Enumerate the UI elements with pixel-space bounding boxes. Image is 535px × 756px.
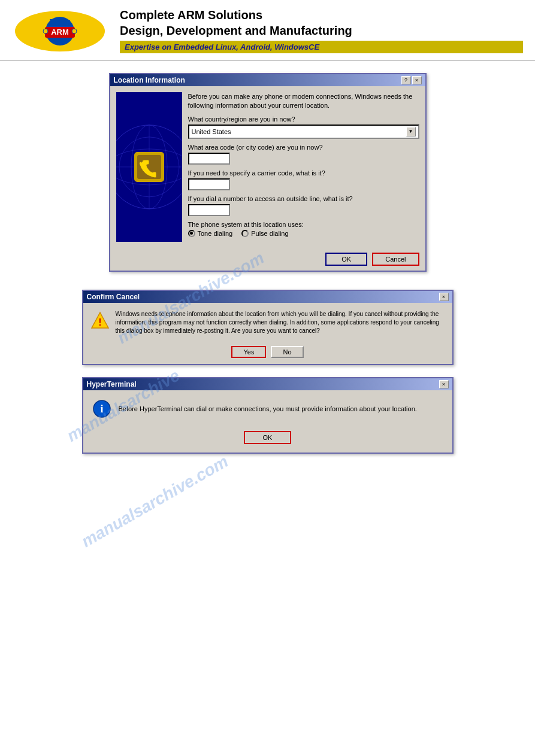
pulse-radio-item[interactable]: Pulse dialing (241, 230, 288, 237)
header-title: Complete ARM Solutions Design, Developme… (120, 7, 523, 38)
pulse-label: Pulse dialing (251, 230, 288, 237)
area-code-label: What area code (or city code) are you in… (188, 144, 419, 151)
hyper-close-button[interactable]: × (439, 380, 449, 388)
watermark-3: manualsarchive.com (78, 452, 232, 551)
header-text: Complete ARM Solutions Design, Developme… (120, 7, 523, 53)
svg-text:!: ! (98, 317, 101, 327)
outside-line-input[interactable] (188, 204, 230, 216)
header-tagline: Expertise on Embedded Linux, Android, Wi… (120, 41, 523, 53)
pulse-radio[interactable] (241, 230, 249, 237)
intro-text: Before you can make any phone or modem c… (188, 92, 419, 111)
cancel-button[interactable]: Cancel (372, 253, 419, 266)
svg-point-5 (43, 29, 48, 34)
tone-radio[interactable] (188, 230, 195, 237)
country-select[interactable]: United States ▼ (188, 125, 419, 139)
carrier-input[interactable] (188, 178, 230, 190)
dialog-confirm: Confirm Cancel × ! Windows needs telepho… (82, 290, 454, 365)
no-button[interactable]: No (271, 346, 303, 358)
confirm-titlebar-buttons: × (439, 293, 449, 301)
dialog-location-footer: OK Cancel (110, 248, 425, 271)
country-value: United States (192, 128, 231, 135)
confirm-footer: Yes No (83, 342, 452, 364)
tone-label: Tone dialing (198, 230, 233, 237)
info-icon: i (92, 399, 111, 418)
dialog-confirm-title: Confirm Cancel (87, 293, 140, 301)
dialog-location-body: Before you can make any phone or modem c… (110, 86, 425, 248)
yes-button[interactable]: Yes (231, 346, 266, 358)
dialog-hyper-titlebar: HyperTerminal × (83, 378, 452, 390)
select-arrow: ▼ (406, 127, 416, 136)
hyper-titlebar-buttons: × (439, 380, 449, 388)
close-button[interactable]: × (412, 76, 422, 84)
ok-button[interactable]: OK (325, 253, 367, 266)
dialog-confirm-titlebar: Confirm Cancel × (83, 291, 452, 303)
svg-text:ARM: ARM (51, 28, 69, 37)
warning-icon: ! (90, 311, 110, 330)
svg-text:i: i (100, 403, 103, 415)
confirm-message: Windows needs telephone information abou… (116, 310, 445, 335)
friendlyarm-logo: ARM Friendly (12, 6, 108, 54)
outside-line-label: If you dial a number to access an outsid… (188, 195, 419, 202)
confirm-close-button[interactable]: × (439, 293, 449, 301)
radio-group: Tone dialing Pulse dialing (188, 230, 419, 237)
dialog-hyper: HyperTerminal × i Before HyperTerminal c… (82, 377, 454, 454)
help-button[interactable]: ? (401, 76, 411, 84)
hyper-ok-button[interactable]: OK (244, 431, 292, 444)
page-header: ARM Friendly Complete ARM Solutions Desi… (0, 0, 535, 61)
dialog-hyper-title: HyperTerminal (87, 380, 137, 388)
hyper-footer: OK (83, 427, 452, 453)
svg-text:Friendly: Friendly (49, 18, 70, 24)
country-label: What country/region are you in now? (188, 116, 419, 123)
dialog-location-titlebar: Location Information ? × (110, 74, 425, 86)
area-code-input[interactable] (188, 153, 230, 165)
phone-system-label: The phone system at this location uses: (188, 221, 419, 228)
hyper-body: i Before HyperTerminal can dial or make … (83, 390, 452, 427)
carrier-label: If you need to specify a carrier code, w… (188, 169, 419, 177)
main-content: manualsarchive.com manualsarchive manual… (0, 61, 535, 478)
tone-radio-item[interactable]: Tone dialing (188, 230, 233, 237)
dialog-location-form: Before you can make any phone or modem c… (188, 92, 419, 242)
hyper-message: Before HyperTerminal can dial or make co… (119, 405, 443, 412)
dialog-icon-panel (116, 92, 182, 242)
phone-icon (131, 149, 167, 185)
titlebar-buttons: ? × (401, 76, 422, 84)
dialog-location-title: Location Information (114, 76, 185, 84)
svg-point-6 (72, 29, 77, 34)
logo-area: ARM Friendly (12, 6, 108, 54)
confirm-body: ! Windows needs telephone information ab… (83, 303, 452, 342)
dialog-location: Location Information ? × (109, 73, 427, 272)
